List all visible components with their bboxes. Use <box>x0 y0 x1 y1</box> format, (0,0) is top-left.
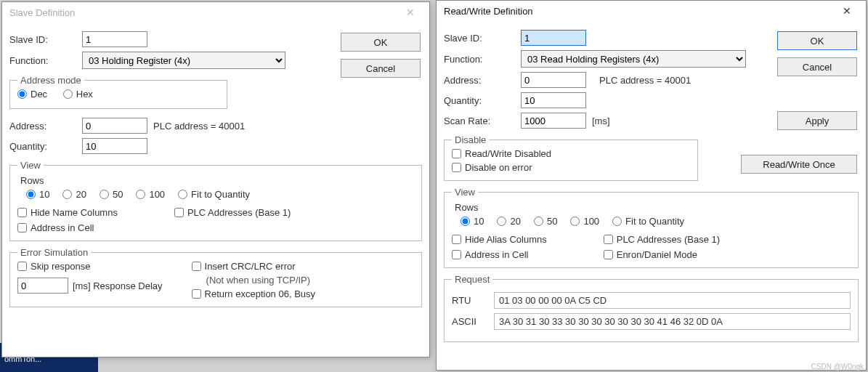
apply-button[interactable]: Apply <box>777 111 857 130</box>
quantity-label: Quantity: <box>9 141 76 152</box>
error-simulation-group: Error Simulation Skip response [ms] Resp… <box>9 247 422 307</box>
function-select[interactable]: 03 Holding Register (4x) <box>82 52 285 69</box>
response-delay-suffix: [ms] Response Delay <box>73 280 163 291</box>
address-in-cell[interactable]: Address in Cell <box>452 249 547 260</box>
view-legend: View <box>452 187 478 198</box>
disable-legend: Disable <box>452 134 489 145</box>
quantity-input[interactable] <box>82 138 147 154</box>
slave-id-label: Slave ID: <box>444 33 515 44</box>
disable-group: Disable Read/Write Disabled Disable on e… <box>444 134 698 181</box>
slave-id-input[interactable] <box>82 31 147 47</box>
request-group: Request RTU 01 03 00 00 00 0A C5 CD ASCI… <box>444 274 859 342</box>
close-icon[interactable]: ✕ <box>396 7 425 18</box>
cancel-button[interactable]: Cancel <box>341 59 421 78</box>
rows-10[interactable]: 10 <box>461 216 484 227</box>
dialog-title: Read/Write Definition <box>444 6 533 17</box>
hide-alias-columns[interactable]: Hide Alias Columns <box>452 234 547 245</box>
view-group: View Rows 10 20 50 100 Fit to Quantity H… <box>444 187 859 268</box>
insert-crc-error[interactable]: Insert CRC/LRC error <box>192 261 315 272</box>
function-label: Function: <box>9 55 76 66</box>
rows-10[interactable]: 10 <box>26 189 49 200</box>
view-group: View Rows 10 20 50 100 Fit to Quantity H… <box>9 160 422 241</box>
watermark: CSDN @W0ngk <box>811 363 864 371</box>
slave-id-label: Slave ID: <box>9 34 76 45</box>
cancel-button[interactable]: Cancel <box>777 57 857 76</box>
rows-20[interactable]: 20 <box>497 216 520 227</box>
read-write-once-button[interactable]: Read/Write Once <box>741 155 857 174</box>
rows-20[interactable]: 20 <box>62 189 86 200</box>
plc-addresses-base1[interactable]: PLC Addresses (Base 1) <box>604 234 720 245</box>
read-write-disabled[interactable]: Read/Write Disabled <box>452 148 677 159</box>
hide-name-columns[interactable]: Hide Name Columns <box>17 207 118 218</box>
request-legend: Request <box>452 274 492 285</box>
address-label: Address: <box>9 121 76 132</box>
plc-addresses-base1[interactable]: PLC Addresses (Base 1) <box>174 207 291 218</box>
crc-note: (Not when using TCP/IP) <box>206 275 328 286</box>
rows-fit[interactable]: Fit to Quantity <box>178 189 250 200</box>
function-label: Function: <box>444 54 515 65</box>
read-write-definition-dialog: Read/Write Definition ✕ OK Cancel Slave … <box>436 0 867 371</box>
return-exception-06[interactable]: Return exception 06, Busy <box>192 288 315 299</box>
scan-rate-unit: [ms] <box>592 116 610 126</box>
quantity-input[interactable] <box>521 92 586 108</box>
ascii-label: ASCII <box>452 316 488 327</box>
rtu-label: RTU <box>452 295 488 306</box>
address-mode-hex[interactable]: Hex <box>63 89 93 100</box>
address-mode-legend: Address mode <box>17 75 84 86</box>
rows-50[interactable]: 50 <box>534 216 557 227</box>
quantity-label: Quantity: <box>444 95 515 106</box>
error-simulation-legend: Error Simulation <box>17 247 91 258</box>
address-in-cell[interactable]: Address in Cell <box>17 222 118 233</box>
scan-rate-input[interactable] <box>521 113 586 129</box>
function-select[interactable]: 03 Read Holding Registers (4x) <box>521 50 746 68</box>
address-mode-group: Address mode Dec Hex <box>9 75 227 109</box>
rows-50[interactable]: 50 <box>100 189 123 200</box>
slave-definition-dialog: Slave Definition ✕ OK Cancel Slave ID: F… <box>1 1 430 357</box>
plc-address-hint: PLC address = 40001 <box>153 121 245 132</box>
rows-100[interactable]: 100 <box>570 216 599 227</box>
rows-100[interactable]: 100 <box>136 189 165 200</box>
response-delay-input[interactable] <box>17 278 68 294</box>
view-legend: View <box>17 160 44 171</box>
address-mode-dec[interactable]: Dec <box>17 89 47 100</box>
disable-on-error[interactable]: Disable on error <box>452 162 677 173</box>
ascii-value: 3A 30 31 30 33 30 30 30 30 30 30 30 41 4… <box>494 313 851 330</box>
address-label: Address: <box>444 75 515 86</box>
ok-button[interactable]: OK <box>777 31 857 50</box>
slave-id-input[interactable] <box>521 30 586 46</box>
ok-button[interactable]: OK <box>341 33 421 52</box>
titlebar: Slave Definition ✕ <box>2 2 429 23</box>
address-input[interactable] <box>82 118 147 134</box>
rows-label: Rows <box>455 202 851 213</box>
rows-label: Rows <box>20 175 414 186</box>
enron-daniel-mode[interactable]: Enron/Daniel Mode <box>604 249 720 260</box>
rtu-value: 01 03 00 00 00 0A C5 CD <box>494 292 851 309</box>
scan-rate-label: Scan Rate: <box>444 116 515 126</box>
titlebar: Read/Write Definition ✕ <box>437 1 866 21</box>
rows-fit[interactable]: Fit to Quantity <box>612 216 684 227</box>
plc-address-hint: PLC address = 40001 <box>599 75 691 86</box>
address-input[interactable] <box>521 72 586 88</box>
close-icon[interactable]: ✕ <box>832 5 861 17</box>
skip-response[interactable]: Skip response <box>17 261 150 272</box>
dialog-title: Slave Definition <box>9 7 75 18</box>
